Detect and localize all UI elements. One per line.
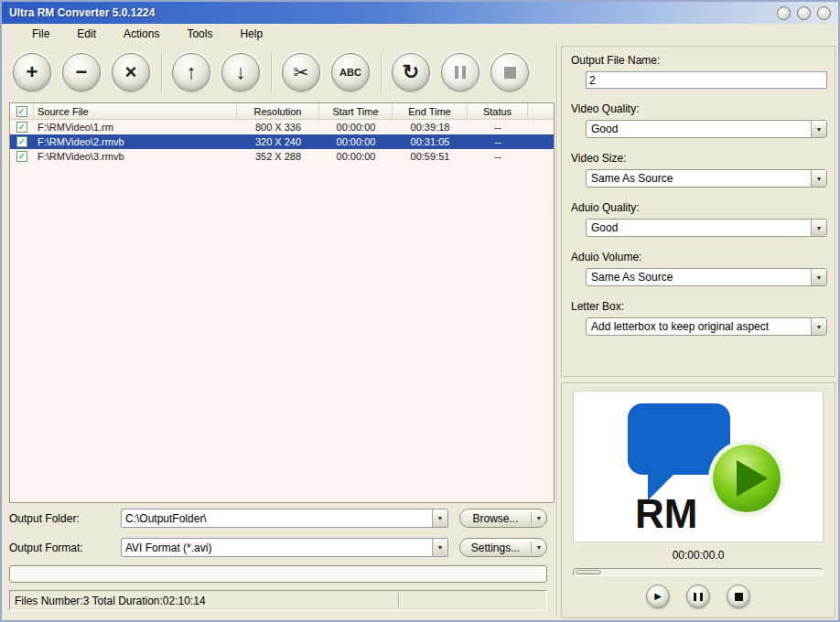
preview-pause-button[interactable] — [686, 584, 710, 608]
file-row-selected[interactable]: ✓ F:\RMVideo\2.rmvb 320 X 240 00:00:00 0… — [10, 134, 554, 149]
convert-icon: ↻ — [403, 62, 419, 82]
preview-controls: ▶ — [562, 584, 835, 608]
chevron-down-icon[interactable]: ▼ — [811, 170, 826, 187]
convert-button[interactable]: ↻ — [392, 53, 430, 91]
chevron-down-icon[interactable]: ▼ — [811, 269, 826, 285]
move-down-button[interactable]: ↓ — [221, 53, 260, 91]
playback-time: 00:00:00.0 — [562, 549, 835, 562]
abc-icon: ABC — [339, 68, 361, 78]
split-button[interactable]: ✂ — [282, 53, 320, 91]
output-folder-combo[interactable]: C:\OutputFolder\ ▼ — [121, 509, 448, 528]
chevron-down-icon[interactable]: ▼ — [532, 544, 546, 551]
audio-volume-value: Same As Source — [587, 271, 811, 284]
cell-source: F:\RMVideo\1.rm — [34, 120, 237, 134]
letterbox-select[interactable]: Add letterbox to keep original aspect ▼ — [586, 317, 827, 336]
chevron-down-icon[interactable]: ▼ — [432, 509, 447, 527]
play-icon: ▶ — [654, 592, 662, 601]
menu-item-actions[interactable]: Actions — [110, 26, 173, 42]
title-bar: Ultra RM Converter 5.0.1224 — [2, 2, 838, 24]
file-row[interactable]: ✓ F:\RMVideo\1.rm 800 X 336 00:00:00 00:… — [10, 120, 554, 134]
file-list: ✓ Source File Resolution Start Time End … — [9, 102, 555, 503]
clear-list-button[interactable]: × — [112, 53, 150, 91]
maximize-button[interactable] — [797, 6, 811, 20]
panel-divider — [556, 44, 558, 617]
stop-icon — [504, 67, 516, 79]
chevron-down-icon[interactable]: ▼ — [811, 121, 826, 137]
video-quality-value: Good — [587, 123, 811, 135]
preview-stop-button[interactable] — [727, 584, 750, 608]
toolbar-separator — [271, 53, 273, 91]
minimize-button[interactable] — [777, 6, 791, 20]
preview-play-button[interactable]: ▶ — [646, 584, 670, 608]
letterbox-value: Add letterbox to keep original aspect — [587, 320, 811, 333]
column-header-end-time[interactable]: End Time — [393, 103, 468, 119]
audio-volume-select[interactable]: Same As Source ▼ — [586, 268, 827, 286]
cell-source: F:\RMVideo\3.rmvb — [34, 149, 237, 164]
row-checkbox[interactable]: ✓ — [16, 122, 27, 133]
chevron-down-icon[interactable]: ▼ — [432, 539, 447, 556]
header-checkbox-cell: ✓ — [10, 103, 34, 119]
chevron-down-icon[interactable]: ▼ — [811, 220, 826, 236]
seek-slider[interactable] — [573, 568, 824, 576]
column-header-resolution[interactable]: Resolution — [237, 103, 319, 119]
cell-end-time: 00:39:18 — [393, 120, 468, 134]
video-size-label: Video Size: — [571, 152, 827, 165]
chevron-down-icon[interactable]: ▼ — [811, 318, 826, 335]
select-all-checkbox[interactable]: ✓ — [16, 106, 27, 117]
status-text: Files Number:3 Total Duration:02:10:14 — [15, 595, 206, 607]
close-button[interactable] — [817, 6, 831, 20]
video-quality-select[interactable]: Good ▼ — [586, 120, 827, 138]
cell-status: -- — [468, 134, 528, 149]
settings-panel: Output File Name: Video Quality: Good ▼ … — [561, 46, 835, 377]
output-format-combo[interactable]: AVI Format (*.avi) ▼ — [121, 538, 448, 557]
audio-quality-select[interactable]: Good ▼ — [586, 219, 827, 237]
output-file-name-input[interactable] — [586, 71, 827, 89]
column-header-start-time[interactable]: Start Time — [319, 103, 393, 119]
settings-button-label: Settings... — [460, 542, 531, 554]
menu-item-file[interactable]: File — [18, 26, 63, 42]
arrow-down-icon: ↓ — [236, 62, 246, 82]
cell-end-time: 00:31:05 — [393, 134, 468, 149]
cell-start-time: 00:00:00 — [319, 134, 393, 149]
chevron-down-icon[interactable]: ▼ — [532, 515, 546, 521]
cell-start-time: 00:00:00 — [319, 149, 393, 164]
cell-status: -- — [468, 120, 528, 134]
browse-button-label: Browse... — [460, 512, 531, 525]
pause-icon — [455, 66, 466, 79]
progress-bar — [9, 565, 547, 583]
rm-logo-text: RM — [635, 491, 697, 535]
browse-button[interactable]: Browse... ▼ — [459, 509, 547, 528]
menu-item-help[interactable]: Help — [226, 26, 276, 42]
scissors-icon: ✂ — [294, 63, 309, 81]
file-list-header: ✓ Source File Resolution Start Time End … — [10, 103, 554, 120]
column-header-filler — [528, 103, 554, 119]
toolbar: + − × ↑ ↓ ✂ ABC ↻ — [2, 44, 558, 101]
row-checkbox[interactable]: ✓ — [16, 136, 27, 147]
add-file-button[interactable]: + — [13, 53, 51, 91]
window-controls — [777, 6, 831, 20]
audio-volume-label: Aduio Volume: — [571, 251, 827, 263]
stop-icon — [735, 593, 743, 601]
plus-icon: + — [27, 62, 38, 82]
pause-conversion-button[interactable] — [441, 53, 479, 91]
rename-abc-button[interactable]: ABC — [331, 53, 370, 91]
toolbar-separator — [161, 53, 163, 91]
rm-logo: RM — [602, 398, 794, 535]
row-checkbox[interactable]: ✓ — [16, 151, 27, 162]
cell-status: -- — [468, 149, 528, 164]
settings-button[interactable]: Settings... ▼ — [459, 538, 547, 557]
remove-file-button[interactable]: − — [62, 53, 101, 91]
video-size-select[interactable]: Same As Source ▼ — [586, 169, 827, 188]
cell-start-time: 00:00:00 — [319, 120, 393, 134]
menu-item-tools[interactable]: Tools — [173, 26, 226, 42]
slider-thumb[interactable] — [576, 570, 601, 574]
file-row[interactable]: ✓ F:\RMVideo\3.rmvb 352 X 288 00:00:00 0… — [10, 149, 554, 164]
column-header-status[interactable]: Status — [468, 103, 528, 119]
status-bar-divider — [398, 593, 399, 608]
audio-quality-label: Aduio Quality: — [571, 201, 827, 214]
output-folder-label: Output Folder: — [9, 512, 80, 525]
menu-item-edit[interactable]: Edit — [63, 26, 110, 42]
column-header-source-file[interactable]: Source File — [34, 103, 237, 119]
stop-conversion-button[interactable] — [490, 53, 529, 91]
move-up-button[interactable]: ↑ — [172, 53, 210, 91]
